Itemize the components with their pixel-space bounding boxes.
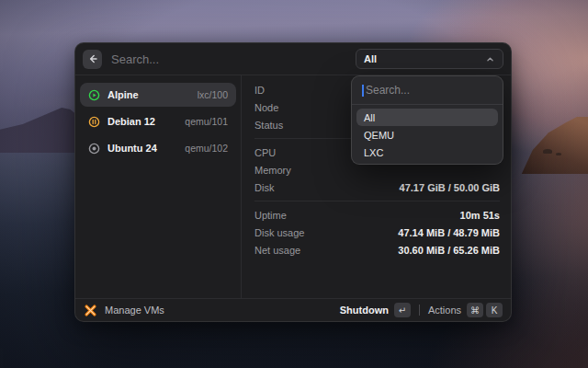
detail-label: ID <box>254 85 265 96</box>
play-status-icon <box>88 89 100 101</box>
stopped-status-icon <box>88 143 100 155</box>
detail-value: 47.14 MiB / 48.79 MiB <box>398 227 500 238</box>
window-header: Search... All Search... All QEMU LXC <box>75 43 511 75</box>
detail-label: Uptime <box>254 210 287 221</box>
footer-divider <box>419 305 420 316</box>
footer-app: Manage VMs <box>84 304 164 317</box>
detail-label: Disk <box>254 182 274 193</box>
dropdown-options: All QEMU LXC <box>352 105 503 165</box>
detail-label: Node <box>254 102 278 113</box>
vm-id: qemu/102 <box>185 143 228 154</box>
actions-menu-label[interactable]: Actions <box>428 305 461 316</box>
vm-row-debian[interactable]: Debian 12 qemu/101 <box>80 109 236 133</box>
dropdown-search-input[interactable]: Search... <box>352 76 503 105</box>
footer-actions: Shutdown ↵ Actions ⌘ K <box>340 303 503 317</box>
back-arrow-icon <box>87 53 98 64</box>
window-footer: Manage VMs Shutdown ↵ Actions ⌘ K <box>75 298 511 321</box>
detail-value: 47.17 GiB / 50.00 GiB <box>400 182 500 193</box>
vm-list: Alpine lxc/100 Debian 12 qemu/101 <box>75 75 242 298</box>
type-filter-value: All <box>364 53 377 64</box>
detail-label: Status <box>254 120 283 131</box>
detail-group-usage: Uptime 10m 51s Disk usage 47.14 MiB / 48… <box>242 201 511 263</box>
detail-value: 10m 51s <box>460 210 500 221</box>
detail-row-net-usage: Net usage 30.60 MiB / 65.26 MiB <box>242 241 511 259</box>
type-filter-dropdown: Search... All QEMU LXC <box>351 75 503 165</box>
dropdown-option-lxc[interactable]: LXC <box>356 144 498 161</box>
k-key-badge[interactable]: K <box>486 303 503 317</box>
dropdown-option-qemu[interactable]: QEMU <box>356 126 498 144</box>
back-button[interactable] <box>83 50 102 69</box>
search-input[interactable]: Search... <box>111 52 356 66</box>
detail-label: Memory <box>254 165 291 176</box>
detail-row-disk: Disk 47.17 GiB / 50.00 GiB <box>242 178 511 196</box>
dropdown-option-all[interactable]: All <box>356 109 498 126</box>
detail-row-uptime: Uptime 10m 51s <box>242 206 511 224</box>
vm-row-alpine[interactable]: Alpine lxc/100 <box>80 83 236 107</box>
vm-name: Ubuntu 24 <box>107 143 157 154</box>
dropdown-search-placeholder: Search... <box>366 84 410 97</box>
enter-key-badge[interactable]: ↵ <box>394 303 411 317</box>
shutdown-action-label[interactable]: Shutdown <box>340 305 389 316</box>
vm-row-ubuntu[interactable]: Ubuntu 24 qemu/102 <box>80 136 236 160</box>
footer-app-label: Manage VMs <box>105 305 164 316</box>
vm-name: Debian 12 <box>107 116 155 127</box>
detail-label: Net usage <box>254 245 300 256</box>
text-cursor <box>362 85 364 97</box>
type-filter-select[interactable]: All <box>356 49 503 69</box>
detail-label: Disk usage <box>254 227 304 238</box>
proxmox-logo-icon <box>84 304 97 317</box>
vm-id: qemu/101 <box>185 116 228 127</box>
vm-name: Alpine <box>107 89 139 100</box>
vm-id: lxc/100 <box>198 89 228 100</box>
detail-value: 30.60 MiB / 65.26 MiB <box>398 245 500 256</box>
detail-label: CPU <box>254 147 276 158</box>
pause-status-icon <box>88 116 100 128</box>
vm-manager-window: Search... All Search... All QEMU LXC <box>74 42 512 322</box>
detail-row-disk-usage: Disk usage 47.14 MiB / 48.79 MiB <box>242 224 511 241</box>
cmd-key-badge[interactable]: ⌘ <box>467 303 483 317</box>
chevron-up-icon <box>485 54 495 64</box>
